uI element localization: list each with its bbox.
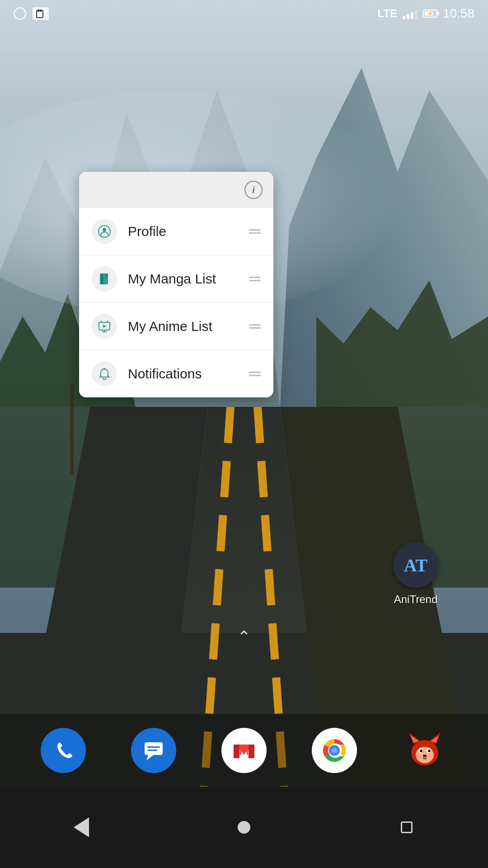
back-icon xyxy=(74,817,89,837)
popup-item-notifications[interactable]: Notifications xyxy=(79,350,273,397)
svg-rect-42 xyxy=(249,745,254,758)
svg-point-47 xyxy=(332,748,337,753)
profile-label: Profile xyxy=(128,224,249,239)
svg-marker-27 xyxy=(103,325,107,328)
notifications-label: Notifications xyxy=(128,366,249,382)
popup-header: i xyxy=(79,172,273,208)
svg-rect-37 xyxy=(147,750,157,751)
popup-menu: i Profile xyxy=(79,172,273,397)
bell-icon xyxy=(98,367,111,381)
anitrend-label: AniTrend xyxy=(394,593,438,606)
manga-icon-wrap xyxy=(92,266,117,292)
anitrend-initials: AT xyxy=(404,555,428,576)
anitrend-app-icon[interactable]: AT xyxy=(393,542,438,588)
back-button[interactable] xyxy=(66,811,97,843)
svg-point-57 xyxy=(428,750,431,752)
svg-rect-24 xyxy=(101,274,103,284)
svg-rect-41 xyxy=(234,745,239,758)
svg-point-58 xyxy=(423,755,427,757)
popup-items: Profile My Manga List xyxy=(79,208,273,397)
dock-messages-icon[interactable] xyxy=(131,728,176,773)
svg-rect-18 xyxy=(40,9,42,12)
svg-text:M: M xyxy=(239,744,249,757)
signal-icon xyxy=(403,8,418,19)
profile-icon xyxy=(98,225,111,238)
lte-label: LTE xyxy=(377,7,397,20)
status-time: 10:58 xyxy=(443,6,474,21)
anime-label: My Anime List xyxy=(128,319,249,334)
drag-handle-manga xyxy=(249,277,261,281)
anime-tv-icon xyxy=(98,320,111,333)
nav-bar xyxy=(0,787,488,868)
dock-chrome-icon[interactable] xyxy=(312,728,357,773)
chrome-svg xyxy=(319,735,350,766)
svg-rect-17 xyxy=(38,9,39,12)
status-right: LTE ⚡ 10:58 xyxy=(377,6,474,21)
home-icon xyxy=(238,821,250,834)
sd-card-icon xyxy=(33,7,49,20)
status-dot-icon xyxy=(14,7,26,20)
svg-rect-36 xyxy=(147,746,160,748)
status-bar: LTE ⚡ 10:58 xyxy=(0,0,488,27)
svg-rect-14 xyxy=(70,384,74,475)
svg-point-56 xyxy=(420,750,422,752)
recents-icon xyxy=(401,821,413,833)
svg-point-22 xyxy=(105,229,106,230)
svg-point-20 xyxy=(103,228,106,231)
recents-button[interactable] xyxy=(391,811,422,843)
bell-icon-wrap xyxy=(92,361,117,387)
svg-point-21 xyxy=(103,229,103,230)
dock: M xyxy=(0,714,488,787)
svg-rect-34 xyxy=(145,742,163,755)
manga-icon xyxy=(98,272,111,286)
svg-marker-35 xyxy=(146,755,154,760)
drag-handle-notifications xyxy=(249,372,261,376)
popup-item-profile[interactable]: Profile xyxy=(79,208,273,255)
gmail-svg: M xyxy=(228,735,260,766)
messages-svg xyxy=(141,738,166,763)
info-button[interactable]: i xyxy=(244,181,263,199)
manga-label: My Manga List xyxy=(128,271,249,287)
dock-phone-icon[interactable] xyxy=(41,728,86,773)
anitrend-icon-container[interactable]: AT AniTrend xyxy=(393,542,438,606)
dock-custom-icon[interactable] xyxy=(402,728,447,773)
fox-svg xyxy=(404,730,445,771)
popup-tail xyxy=(169,396,188,397)
app-drawer-arrow[interactable]: ⌃ xyxy=(237,627,251,646)
popup-item-manga[interactable]: My Manga List xyxy=(79,255,273,303)
battery-icon: ⚡ xyxy=(423,9,437,18)
drag-handle-anime xyxy=(249,324,261,329)
home-button[interactable] xyxy=(228,811,260,843)
popup-item-anime[interactable]: My Anime List xyxy=(79,303,273,350)
status-left xyxy=(14,7,49,20)
anime-icon-wrap xyxy=(92,314,117,339)
svg-point-33 xyxy=(103,368,105,370)
phone-svg xyxy=(51,738,76,763)
drag-handle-profile xyxy=(249,229,261,234)
profile-icon-wrap xyxy=(92,219,117,244)
dock-gmail-icon[interactable]: M xyxy=(221,728,267,773)
